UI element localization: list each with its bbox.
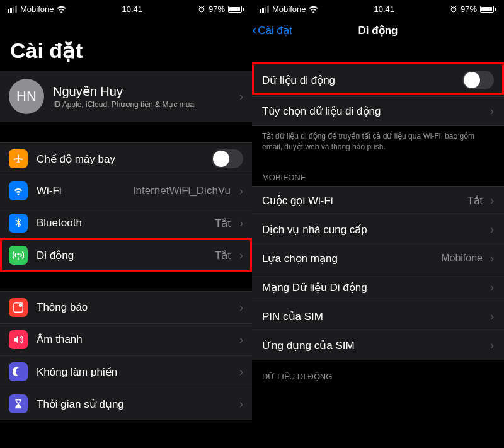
data-options-row[interactable]: Tùy chọn dữ liệu di động › [252, 97, 504, 126]
sounds-row[interactable]: Âm thanh › [0, 324, 252, 356]
hourglass-icon [9, 394, 28, 413]
wifi-calling-value: Tắt [467, 195, 483, 207]
airplane-toggle[interactable] [212, 149, 243, 168]
chevron-right-icon: › [490, 339, 494, 352]
chevron-right-icon: › [490, 194, 494, 207]
chevron-right-icon: › [239, 249, 243, 262]
battery-icon [228, 6, 244, 13]
profile-subtitle: ID Apple, iCloud, Phương tiện & Mục mua [53, 100, 231, 109]
profile-row[interactable]: HN Nguyễn Huy ID Apple, iCloud, Phương t… [0, 71, 252, 122]
carrier-label: Mobifone [20, 4, 54, 14]
cellular-label: Di động [37, 249, 206, 262]
battery-pct: 97% [209, 4, 225, 14]
sounds-icon [9, 330, 28, 349]
airplane-icon [9, 149, 28, 168]
chevron-right-icon: › [490, 281, 494, 294]
cellular-network-row[interactable]: Mạng Dữ liệu Di động › [252, 273, 504, 302]
airplane-label: Chế độ máy bay [37, 152, 203, 166]
settings-group-alerts: Thông báo › Âm thanh › Không làm phiền ›… [0, 291, 252, 420]
chevron-right-icon: › [490, 252, 494, 265]
cellular-row[interactable]: Di động Tắt › [0, 239, 252, 271]
wifi-icon [309, 5, 318, 13]
avatar: HN [9, 79, 44, 114]
carrier-services-label: Dịch vụ nhà cung cấp [262, 223, 483, 236]
notifications-row[interactable]: Thông báo › [0, 292, 252, 324]
moon-icon [9, 362, 28, 381]
chevron-right-icon: › [239, 398, 243, 411]
chevron-right-icon: › [490, 223, 494, 236]
cellular-data-label: Dữ liệu di động [262, 74, 455, 87]
cellular-data-group: Dữ liệu di động Tùy chọn dữ liệu di động… [252, 63, 504, 126]
network-select-value: Mobifone [441, 253, 483, 264]
chevron-right-icon: › [239, 301, 243, 314]
cellular-network-label: Mạng Dữ liệu Di động [262, 281, 483, 294]
notifications-label: Thông báo [37, 301, 231, 314]
cellular-value: Tắt [215, 249, 231, 262]
cellular-data-row[interactable]: Dữ liệu di động [252, 64, 504, 97]
wifi-calling-label: Cuộc gọi Wi-Fi [262, 194, 460, 207]
cellular-data-toggle[interactable] [462, 71, 494, 89]
network-select-row[interactable]: Lựa chọn mạng Mobifone › [252, 244, 504, 273]
sim-apps-label: Ứng dụng của SIM [262, 339, 483, 352]
status-time: 10:41 [122, 4, 142, 14]
chevron-right-icon: › [239, 90, 243, 103]
back-button[interactable]: ‹ Cài đặt [252, 23, 292, 37]
signal-icon [260, 6, 269, 13]
page-title: Cài đặt [0, 18, 252, 71]
bluetooth-icon [9, 214, 28, 233]
battery-icon [480, 6, 496, 13]
alarm-icon [450, 5, 457, 13]
chevron-right-icon: › [239, 365, 243, 379]
wifi-icon [57, 5, 66, 13]
alarm-icon [198, 5, 205, 13]
dnd-label: Không làm phiền [37, 365, 231, 379]
chevron-right-icon: › [239, 333, 243, 347]
cellular-icon [9, 246, 28, 265]
sounds-label: Âm thanh [37, 333, 231, 346]
nav-bar: ‹ Cài đặt Di động [252, 18, 504, 43]
back-label: Cài đặt [258, 24, 292, 37]
dnd-row[interactable]: Không làm phiền › [0, 356, 252, 388]
status-time: 10:41 [374, 4, 394, 14]
sim-apps-row[interactable]: Ứng dụng của SIM › [252, 331, 504, 360]
svg-point-2 [19, 304, 22, 307]
status-bar: Mobifone 10:41 97% [0, 0, 252, 18]
settings-group-connectivity: Chế độ máy bay Wi-Fi InternetWiFi_DichVu… [0, 142, 252, 271]
signal-icon [8, 6, 17, 13]
wifi-label: Wi-Fi [37, 185, 124, 197]
chevron-right-icon: › [490, 310, 494, 323]
battery-pct: 97% [461, 4, 477, 14]
bluetooth-label: Bluetooth [37, 217, 206, 229]
chevron-right-icon: › [239, 217, 243, 230]
cellular-settings-screen: Mobifone 10:41 97% ‹ Cài đặt Di động Dữ … [252, 0, 504, 448]
carrier-label: Mobifone [272, 4, 306, 14]
wifi-value: InternetWiFi_DichVu [133, 185, 231, 197]
chevron-left-icon: ‹ [252, 23, 256, 37]
sim-pin-row[interactable]: PIN của SIM › [252, 302, 504, 331]
screentime-row[interactable]: Thời gian sử dụng › [0, 388, 252, 420]
nav-title: Di động [358, 24, 398, 37]
profile-name: Nguyễn Huy [53, 84, 231, 99]
screentime-label: Thời gian sử dụng [37, 398, 231, 411]
wifi-settings-icon [9, 181, 28, 200]
footer-text: Tắt dữ liệu di động để truyền tất cả dữ … [252, 126, 504, 161]
bluetooth-value: Tắt [215, 217, 231, 230]
data-options-label: Tùy chọn dữ liệu di động [262, 105, 483, 118]
chevron-right-icon: › [239, 185, 243, 198]
settings-main-screen: Mobifone 10:41 97% Cài đặt HN Nguyễn Huy… [0, 0, 252, 448]
chevron-right-icon: › [490, 105, 494, 118]
carrier-services-row[interactable]: Dịch vụ nhà cung cấp › [252, 215, 504, 244]
wifi-calling-row[interactable]: Cuộc gọi Wi-Fi Tắt › [252, 187, 504, 215]
sim-pin-label: PIN của SIM [262, 310, 483, 323]
bluetooth-row[interactable]: Bluetooth Tắt › [0, 207, 252, 239]
network-select-label: Lựa chọn mạng [262, 252, 433, 265]
airplane-row[interactable]: Chế độ máy bay [0, 143, 252, 175]
notifications-icon [9, 298, 28, 317]
section-header-data: DỮ LIỆU DI ĐỘNG [252, 360, 504, 385]
section-header-carrier: MOBIFONE [252, 161, 504, 186]
status-bar: Mobifone 10:41 97% [252, 0, 504, 18]
carrier-group: Cuộc gọi Wi-Fi Tắt › Dịch vụ nhà cung cấ… [252, 186, 504, 360]
wifi-row[interactable]: Wi-Fi InternetWiFi_DichVu › [0, 175, 252, 207]
